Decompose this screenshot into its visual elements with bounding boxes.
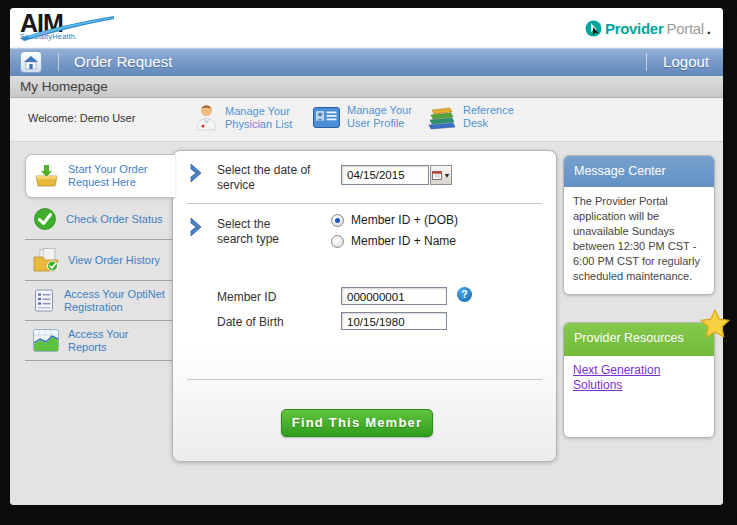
- date-of-service-input[interactable]: 04/15/2015: [341, 165, 429, 185]
- star-icon: [700, 309, 730, 338]
- radio-selected-icon: [331, 214, 344, 227]
- nav-separator: [58, 53, 59, 71]
- registration-doc-icon: [33, 289, 55, 313]
- check-circle-icon: [33, 207, 57, 231]
- date-of-birth-input[interactable]: 10/15/1980: [341, 312, 447, 330]
- books-icon: [428, 105, 456, 130]
- member-id-label: Member ID: [217, 290, 276, 304]
- main-nav-bar: Order Request Logout: [10, 48, 723, 76]
- help-icon[interactable]: ?: [457, 287, 472, 302]
- radio-member-id-dob[interactable]: Member ID + (DOB): [331, 213, 458, 227]
- chevron-right-icon: [187, 163, 207, 183]
- sidebar-item-reports[interactable]: Access Your Reports: [25, 321, 172, 361]
- find-this-member-button[interactable]: Find This Member: [281, 409, 433, 437]
- message-center-body: The Provider Portal application will be …: [564, 187, 714, 284]
- sidebar-item-start-order[interactable]: Start Your Order Request Here: [25, 154, 175, 198]
- aim-logo: AIM SpecialtyHealth.: [20, 10, 130, 48]
- order-request-panel: Select the date of service 04/15/2015 ▼ …: [172, 150, 557, 462]
- reports-chart-icon: [33, 329, 59, 352]
- provider-resources-box: Provider Resources Next Generation Solut…: [563, 322, 715, 438]
- manage-physician-list-label: Manage Your Physician List: [225, 105, 300, 131]
- order-tray-icon: [34, 164, 59, 188]
- sidebar-item-label: Check Order Status: [66, 213, 168, 226]
- sidebar-item-label: Start Your Order Request Here: [68, 163, 170, 189]
- welcome-text: Welcome: Demo User: [28, 112, 135, 124]
- panel-divider: [187, 203, 542, 204]
- logout-button[interactable]: Logout: [663, 48, 709, 76]
- welcome-bar: Welcome: Demo User Manage Your Physician…: [10, 98, 723, 142]
- top-brand-bar: AIM SpecialtyHealth. ProviderPortal.: [10, 8, 723, 48]
- radio-label: Member ID + Name: [351, 234, 456, 248]
- page-title: My Homepage: [20, 76, 108, 98]
- home-button[interactable]: [20, 51, 42, 73]
- sidebar-item-optinet-registration[interactable]: Access Your OptiNet Registration: [25, 281, 172, 321]
- reference-desk-label: Reference Desk: [463, 104, 538, 130]
- calendar-icon: [432, 170, 442, 180]
- member-id-input[interactable]: 000000001: [341, 287, 447, 305]
- dropdown-caret-icon: ▼: [444, 172, 451, 179]
- page-title-bar: My Homepage: [10, 76, 723, 98]
- sidebar-item-check-status[interactable]: Check Order Status: [25, 199, 172, 240]
- portal-logo-portal: Portal: [666, 20, 703, 37]
- radio-unselected-icon: [331, 235, 344, 248]
- reference-desk-link[interactable]: Reference Desk: [428, 104, 538, 130]
- panel-divider: [187, 379, 542, 380]
- nav-page-title: Order Request: [74, 48, 172, 76]
- history-folder-icon: [33, 248, 59, 272]
- aim-logo-subtext: SpecialtyHealth.: [20, 32, 130, 41]
- date-of-service-prompt: Select the date of service: [217, 163, 332, 193]
- next-generation-solutions-link[interactable]: Next Generation Solutions: [573, 363, 660, 392]
- id-card-icon: [313, 107, 340, 128]
- chevron-right-icon: [187, 217, 207, 237]
- physician-icon: [195, 104, 218, 131]
- sidebar-item-label: Access Your OptiNet Registration: [64, 288, 166, 314]
- radio-member-id-name[interactable]: Member ID + Name: [331, 234, 456, 248]
- portal-logo-period: .: [707, 20, 711, 37]
- search-type-prompt: Select the search type: [217, 217, 307, 247]
- manage-user-profile-label: Manage Your User Profile: [347, 104, 422, 130]
- message-center-box: Message Center The Provider Portal appli…: [563, 155, 715, 295]
- message-center-title: Message Center: [564, 156, 714, 187]
- app-window: AIM SpecialtyHealth. ProviderPortal.: [10, 8, 723, 505]
- home-icon: [23, 55, 39, 70]
- manage-user-profile-link[interactable]: Manage Your User Profile: [313, 104, 422, 130]
- date-of-service-group: 04/15/2015 ▼: [341, 165, 452, 185]
- portal-cursor-icon: [585, 20, 602, 37]
- sidebar-item-label: View Order History: [68, 254, 170, 267]
- provider-portal-logo: ProviderPortal.: [585, 19, 711, 37]
- calendar-picker-button[interactable]: ▼: [430, 165, 452, 185]
- provider-resources-title: Provider Resources: [564, 323, 714, 356]
- sidebar-item-label: Access Your Reports: [68, 328, 170, 354]
- date-of-birth-label: Date of Birth: [217, 315, 284, 329]
- portal-logo-provider: Provider: [605, 20, 663, 37]
- sidebar-item-order-history[interactable]: View Order History: [25, 240, 172, 281]
- manage-physician-list-link[interactable]: Manage Your Physician List: [195, 104, 300, 131]
- logout-separator: [646, 53, 647, 71]
- radio-label: Member ID + (DOB): [351, 213, 458, 227]
- content-area: Start Your Order Request Here Check Orde…: [10, 142, 723, 505]
